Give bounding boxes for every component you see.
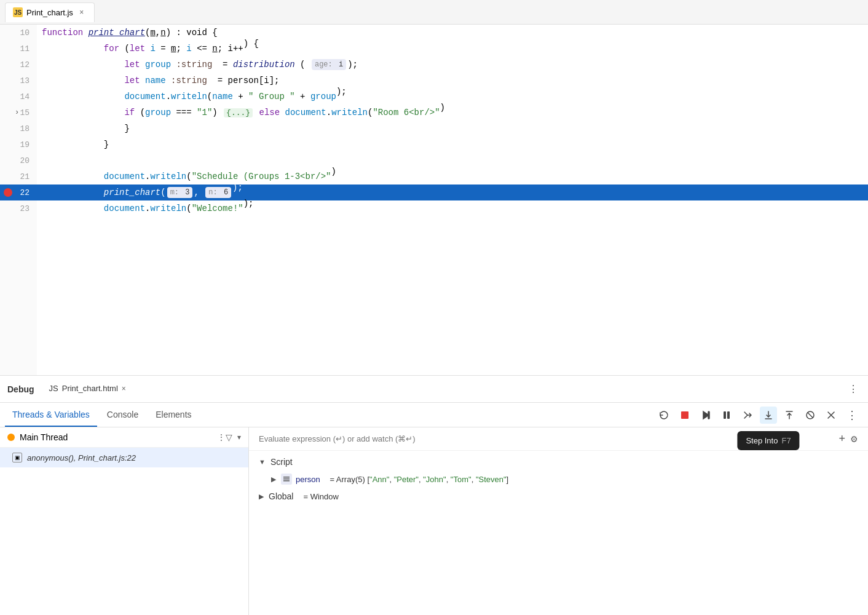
svg-rect-7	[283, 478, 290, 480]
step-out-button[interactable]	[781, 407, 798, 424]
line-22-breakpoint[interactable]: 22	[0, 184, 37, 200]
thread-dropdown-arrow[interactable]: ▾	[237, 433, 241, 442]
pause-button[interactable]	[718, 407, 735, 424]
script-section-header[interactable]: ▼ Script	[249, 453, 868, 470]
debug-body: Main Thread ⋮▽ ▾ ▣ anonymous(), Print_ch…	[0, 427, 868, 615]
code-line-15: if (group === "1") {...} else document.w…	[37, 105, 868, 121]
person-array-icon	[281, 474, 292, 485]
code-line-10: function print_chart(m,n) : void {	[37, 25, 868, 41]
expression-input[interactable]	[259, 434, 834, 443]
settings-button[interactable]: ⚙	[850, 434, 858, 444]
global-chevron: ▶	[259, 493, 264, 501]
resume-button[interactable]	[697, 407, 714, 424]
code-line-13: let name :string = person[i];	[37, 73, 868, 89]
global-section-header[interactable]: ▶ Global = Window	[249, 488, 868, 505]
thread-indicator	[7, 434, 15, 441]
stack-frame[interactable]: ▣ anonymous(), Print_chart.js:22	[0, 448, 248, 467]
code-line-11: for (let i = m; i <= n; i++) {	[37, 41, 868, 57]
tab-close-button[interactable]: ×	[77, 7, 87, 17]
code-line-22: print_chart(m: 3, n: 6);	[37, 184, 868, 200]
global-section-label: Global	[269, 491, 293, 501]
stop-button[interactable]	[676, 407, 693, 424]
filter-icon[interactable]: ⋮▽	[217, 432, 232, 442]
debug-title: Debug	[7, 384, 34, 394]
step-over-button[interactable]	[739, 407, 756, 424]
line-12: 12	[0, 57, 37, 73]
svg-rect-3	[724, 411, 726, 419]
code-line-23: document.writeln("Welcome!");	[37, 200, 868, 216]
tab-console[interactable]: Console	[100, 403, 146, 427]
debug-more-button[interactable]: ⋮	[846, 381, 861, 397]
script-section-label: Script	[270, 457, 293, 467]
line-10: 10	[0, 25, 37, 41]
frame-label: anonymous(), Print_chart.js:22	[27, 453, 136, 462]
code-line-12: let group :string = distribution ( age: …	[37, 57, 868, 73]
svg-rect-6	[283, 477, 290, 478]
expression-row: + ⚙	[249, 427, 868, 451]
line-11: 11	[0, 41, 37, 57]
thread-row: Main Thread ⋮▽ ▾	[0, 427, 248, 448]
svg-rect-8	[283, 480, 290, 482]
line-23: 23	[0, 200, 37, 216]
code-line-18: }	[37, 121, 868, 137]
svg-rect-0	[681, 411, 688, 419]
debug-tabs-bar: Threads & Variables Console Elements	[0, 403, 868, 427]
script-variables-section: ▼ Script ▶ person	[249, 451, 868, 507]
svg-rect-2	[708, 411, 709, 419]
debug-file-tab[interactable]: JS Print_chart.html ×	[44, 381, 131, 397]
frame-icon: ▣	[12, 453, 22, 462]
line-21: 21	[0, 169, 37, 184]
debug-right-panel: + ⚙ ▼ Script ▶	[249, 427, 868, 615]
line-14: 14	[0, 89, 37, 105]
rerun-button[interactable]	[655, 407, 673, 424]
debug-js-icon: JS	[49, 384, 58, 393]
debug-toolbar: Step IntoF7	[655, 403, 863, 427]
person-var-value: = Array(5) ["Ann", "Peter", "John", "Tom…	[329, 475, 508, 484]
person-var-name: person	[296, 475, 320, 484]
line-15: 15›	[0, 105, 37, 121]
line-gutter: 10 11 12 13 14 15› 18 19 20 21 22 23	[0, 25, 37, 375]
add-watch-button[interactable]: +	[838, 432, 845, 445]
code-line-21: document.writeln("Schedule (Groups 1-3<b…	[37, 169, 868, 184]
toolbar-more-button[interactable]: ⋮	[843, 407, 861, 424]
step-into-button[interactable]: Step IntoF7	[760, 407, 777, 424]
code-content[interactable]: function print_chart(m,n) : void { for (…	[37, 25, 868, 375]
file-tab[interactable]: JS Print_chart.js ×	[5, 2, 95, 22]
line-19: 19	[0, 137, 37, 153]
svg-rect-4	[727, 411, 730, 419]
thread-name: Main Thread	[20, 432, 212, 442]
mute-breakpoints-button[interactable]	[802, 407, 819, 424]
debug-panel: Debug JS Print_chart.html × ⋮ Threads & …	[0, 375, 868, 615]
clear-button[interactable]	[823, 407, 840, 424]
debug-file-close[interactable]: ×	[122, 384, 126, 393]
code-editor: 10 11 12 13 14 15› 18 19 20 21 22 23 fun…	[0, 25, 868, 375]
line-18: 18	[0, 121, 37, 137]
script-chevron: ▼	[259, 458, 266, 466]
code-line-24	[37, 216, 868, 232]
debug-file-label: Print_chart.html	[62, 384, 118, 393]
js-file-icon: JS	[13, 7, 23, 17]
code-line-19: }	[37, 137, 868, 153]
tab-elements[interactable]: Elements	[148, 403, 199, 427]
line-13: 13	[0, 73, 37, 89]
tab-threads-variables[interactable]: Threads & Variables	[5, 403, 97, 427]
debug-header: Debug JS Print_chart.html × ⋮	[0, 376, 868, 403]
var-person[interactable]: ▶ person = Array(5) ["Ann", "Peter", "Jo…	[249, 470, 868, 488]
tab-bar: JS Print_chart.js ×	[0, 0, 868, 25]
line-20: 20	[0, 153, 37, 169]
tab-label: Print_chart.js	[26, 8, 73, 17]
person-expand-icon[interactable]: ▶	[271, 475, 276, 483]
code-line-20	[37, 153, 868, 169]
line-24	[0, 216, 37, 232]
debug-left-panel: Main Thread ⋮▽ ▾ ▣ anonymous(), Print_ch…	[0, 427, 249, 615]
